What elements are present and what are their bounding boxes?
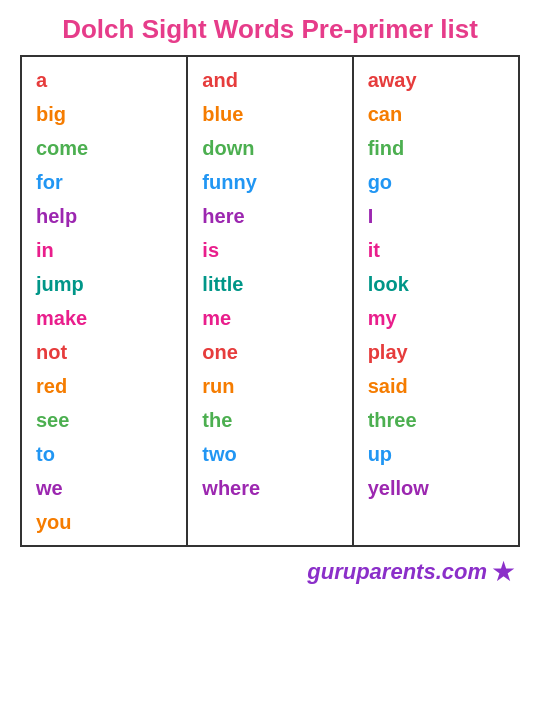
word-item: my [368, 301, 504, 335]
column-1: abigcomeforhelpinjumpmakenotredseetoweyo… [22, 57, 187, 545]
footer: guruparents.com ★ [0, 547, 540, 588]
page-title: Dolch Sight Words Pre-primer list [0, 0, 540, 55]
word-item: jump [36, 267, 172, 301]
word-item: find [368, 131, 504, 165]
word-item: I [368, 199, 504, 233]
word-item: down [202, 131, 337, 165]
word-item: two [202, 437, 337, 471]
word-item: make [36, 301, 172, 335]
word-item: the [202, 403, 337, 437]
word-item: here [202, 199, 337, 233]
word-item: three [368, 403, 504, 437]
word-item: you [36, 505, 172, 539]
word-item: for [36, 165, 172, 199]
word-item: blue [202, 97, 337, 131]
word-item: big [36, 97, 172, 131]
word-table-container: abigcomeforhelpinjumpmakenotredseetoweyo… [20, 55, 520, 547]
word-item: a [36, 63, 172, 97]
word-item: we [36, 471, 172, 505]
word-item: not [36, 335, 172, 369]
word-item: where [202, 471, 337, 505]
word-item: help [36, 199, 172, 233]
word-item: one [202, 335, 337, 369]
word-item: play [368, 335, 504, 369]
word-item: away [368, 63, 504, 97]
word-item: it [368, 233, 504, 267]
word-table: abigcomeforhelpinjumpmakenotredseetoweyo… [22, 57, 518, 545]
word-item: and [202, 63, 337, 97]
word-item: red [36, 369, 172, 403]
word-item: go [368, 165, 504, 199]
word-item: in [36, 233, 172, 267]
word-item: me [202, 301, 337, 335]
word-item: up [368, 437, 504, 471]
word-item: little [202, 267, 337, 301]
word-item: funny [202, 165, 337, 199]
star-icon: ★ [491, 555, 516, 588]
column-3: awaycanfindgoIitlookmyplaysaidthreeupyel… [353, 57, 518, 545]
word-item: to [36, 437, 172, 471]
word-item: come [36, 131, 172, 165]
column-2: andbluedownfunnyhereislittlemeonerunthet… [187, 57, 352, 545]
word-item: said [368, 369, 504, 403]
word-item: see [36, 403, 172, 437]
word-item: yellow [368, 471, 504, 505]
word-item: can [368, 97, 504, 131]
word-item: look [368, 267, 504, 301]
footer-text: guruparents.com [307, 559, 487, 585]
word-item: is [202, 233, 337, 267]
table-row: abigcomeforhelpinjumpmakenotredseetoweyo… [22, 57, 518, 545]
word-item: run [202, 369, 337, 403]
